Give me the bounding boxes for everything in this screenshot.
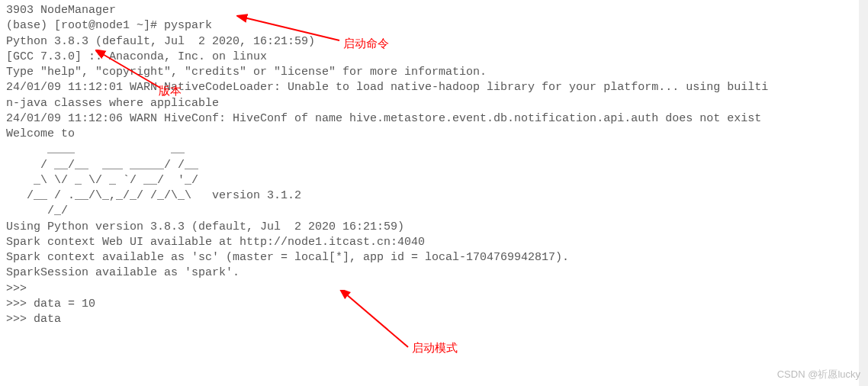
terminal-line: Type "help", "copyright", "credits" or "… [6, 65, 862, 80]
terminal-line: /__ / .__/\_,_/_/ /_/\_\ version 3.1.2 [6, 188, 862, 204]
terminal-line: ____ __ [6, 142, 862, 157]
terminal-line: (base) [root@node1 ~]# pyspark [6, 18, 862, 34]
scrollbar-vertical[interactable] [859, 0, 868, 386]
watermark: CSDN @祈愿lucky [777, 368, 860, 381]
terminal-line: Spark context available as 'sc' (master … [6, 250, 862, 265]
terminal-line: >>> data [6, 312, 862, 327]
terminal-line: >>> [6, 281, 862, 297]
terminal-line: >>> data = 10 [6, 297, 862, 312]
terminal-line: 24/01/09 11:12:06 WARN HiveConf: HiveCon… [6, 111, 862, 127]
terminal-line: Python 3.8.3 (default, Jul 2 2020, 16:21… [6, 34, 862, 50]
terminal-line: /_/ [6, 204, 862, 219]
terminal-line: 24/01/09 11:12:01 WARN NativeCodeLoader:… [6, 80, 862, 95]
terminal-line: 3903 NodeManager [6, 3, 862, 18]
annotation-start-mode: 启动模式 [412, 340, 458, 355]
terminal-line: _\ \/ _ \/ _ `/ __/ '_/ [6, 173, 862, 188]
terminal-line: SparkSession available as 'spark'. [6, 265, 862, 281]
terminal-line: [GCC 7.3.0] :: Anaconda, Inc. on linux [6, 50, 862, 65]
terminal-line: / __/__ ___ _____/ /__ [6, 158, 862, 173]
terminal-line: Using Python version 3.8.3 (default, Jul… [6, 220, 862, 235]
terminal-line: Spark context Web UI available at http:/… [6, 235, 862, 250]
terminal-line: n-java classes where applicable [6, 96, 862, 111]
terminal-output: 3903 NodeManager (base) [root@node1 ~]# … [6, 3, 862, 327]
terminal-line: Welcome to [6, 127, 862, 142]
